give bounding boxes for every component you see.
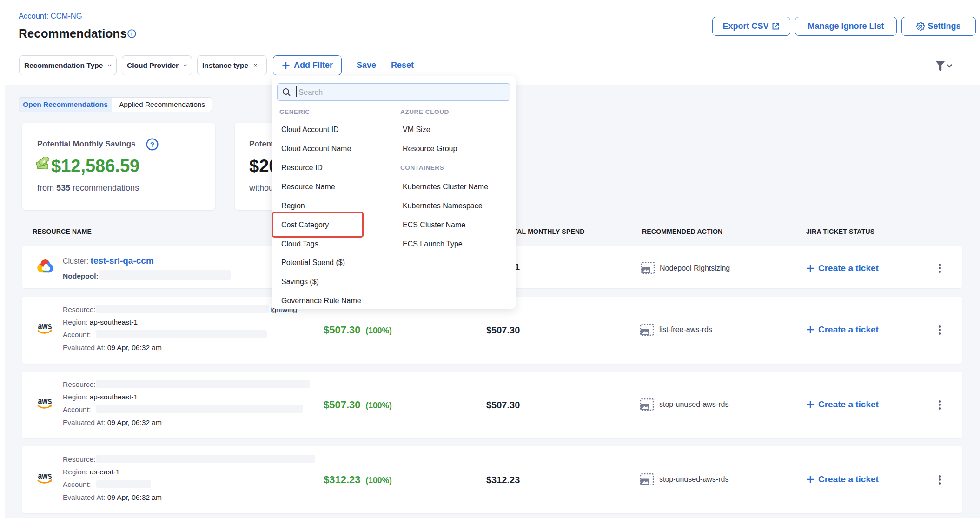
- svg-text:aws: aws: [38, 320, 52, 331]
- svg-text:aws: aws: [38, 395, 52, 406]
- svg-text:?: ?: [150, 140, 154, 148]
- svg-text:aws: aws: [38, 470, 52, 481]
